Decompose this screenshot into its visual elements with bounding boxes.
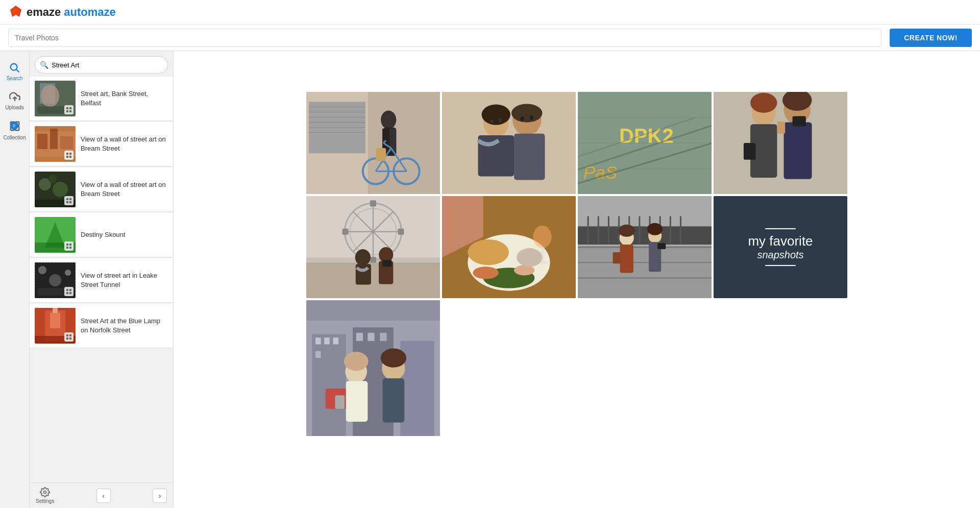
next-button[interactable]: › <box>153 489 167 503</box>
svg-point-49 <box>38 266 46 274</box>
photo-food-svg <box>442 196 576 298</box>
svg-rect-134 <box>342 229 349 235</box>
svg-point-31 <box>48 175 57 183</box>
svg-rect-37 <box>69 201 71 203</box>
snapshots-line-top <box>765 228 796 229</box>
photo-cell-city[interactable] <box>306 300 440 436</box>
thumb-overlay-icon <box>64 196 74 205</box>
sidebar-search-icon: 🔍 <box>40 61 48 69</box>
thumb-overlay-icon <box>64 332 74 342</box>
svg-rect-61 <box>53 308 58 313</box>
svg-rect-143 <box>382 260 391 267</box>
main-search-input[interactable] <box>8 29 881 47</box>
svg-point-80 <box>381 111 396 129</box>
thumbnail <box>35 217 76 253</box>
svg-point-153 <box>514 265 534 275</box>
svg-rect-45 <box>66 247 68 249</box>
photo-ferris-svg <box>306 196 440 298</box>
svg-rect-72 <box>368 92 440 194</box>
svg-rect-188 <box>324 337 330 344</box>
svg-point-102 <box>499 118 502 123</box>
svg-rect-20 <box>37 134 47 149</box>
photo-grid: DPK2 PaS <box>306 92 847 436</box>
photo-cell-man-bike[interactable] <box>306 92 440 194</box>
svg-rect-55 <box>69 289 71 291</box>
svg-point-104 <box>530 115 533 120</box>
logo-emaze-text: emaze <box>27 6 61 19</box>
svg-rect-64 <box>66 334 68 336</box>
thumbnail <box>35 126 76 162</box>
svg-point-50 <box>49 274 61 286</box>
settings-button[interactable]: Settings <box>36 487 54 504</box>
list-item[interactable]: Street Art at the Blue Lamp on Norfolk S… <box>30 304 173 348</box>
svg-rect-158 <box>578 247 712 298</box>
svg-rect-66 <box>66 337 68 340</box>
sidebar-content: 🔍 <box>30 51 173 508</box>
prev-button[interactable]: ‹ <box>96 489 111 503</box>
svg-rect-190 <box>315 351 321 358</box>
collection-label: Collection <box>4 135 26 140</box>
sidebar-search-input[interactable] <box>35 56 168 74</box>
collection-icon-wrapper: 0 <box>9 120 20 133</box>
sidebar-item-search[interactable]: Search <box>0 57 29 86</box>
svg-rect-44 <box>69 244 71 246</box>
sidebar-item-collection[interactable]: 0 Collection <box>0 115 29 146</box>
svg-rect-121 <box>784 122 812 179</box>
thumbnail <box>35 81 76 116</box>
thumbnail <box>35 308 76 344</box>
svg-rect-35 <box>69 198 71 200</box>
photo-cell-food[interactable] <box>442 196 576 298</box>
svg-rect-14 <box>66 107 68 109</box>
svg-point-180 <box>647 223 663 235</box>
svg-rect-123 <box>793 116 806 127</box>
list-item-label: View of a wall of street art on Bream St… <box>81 180 168 199</box>
photo-cell-graffiti[interactable]: DPK2 PaS <box>578 92 712 194</box>
svg-rect-177 <box>613 252 621 263</box>
list-item[interactable]: Street art, Bank Street, Belfast <box>30 77 173 121</box>
list-item[interactable]: View of a wall of street art on Bream St… <box>30 167 173 212</box>
photo-cell-walking[interactable] <box>578 196 712 298</box>
settings-label: Settings <box>36 498 54 504</box>
sidebar-search-box: 🔍 <box>30 51 173 77</box>
sidebar-list: Street art, Bank Street, Belfast <box>30 77 173 482</box>
svg-point-11 <box>41 85 59 107</box>
svg-point-68 <box>44 491 46 494</box>
list-item[interactable]: View of street art in Leake Street Tunne… <box>30 258 173 303</box>
svg-rect-137 <box>370 257 376 263</box>
top-bar: emaze automaze <box>0 0 980 25</box>
list-item[interactable]: View of a wall of street art on Bream St… <box>30 122 173 166</box>
sidebar-footer: Settings ‹ › <box>30 482 173 508</box>
photo-cell-couple[interactable] <box>442 92 576 194</box>
svg-point-152 <box>473 267 498 279</box>
sidebar-icon-column: Search Uploads <box>0 51 30 508</box>
search-label: Search <box>7 76 23 81</box>
photo-graffiti-svg: DPK2 PaS <box>578 92 712 194</box>
svg-point-148 <box>533 226 551 248</box>
svg-point-101 <box>491 119 494 124</box>
svg-point-200 <box>381 348 407 367</box>
svg-text:PaS: PaS <box>583 162 617 182</box>
photo-cell-snapshots: my favorite snapshots <box>714 196 847 298</box>
photo-cell-ferris[interactable] <box>306 196 440 298</box>
svg-rect-125 <box>744 143 756 160</box>
svg-rect-97 <box>514 134 545 180</box>
snapshots-title: my favorite <box>748 233 813 249</box>
svg-rect-175 <box>620 245 633 273</box>
svg-rect-135 <box>398 229 404 235</box>
svg-rect-43 <box>66 244 68 246</box>
logo[interactable]: emaze automaze <box>8 5 116 20</box>
svg-rect-56 <box>66 292 68 294</box>
list-item[interactable]: Destiny Skount <box>30 213 173 257</box>
sidebar: Search Uploads <box>0 51 174 508</box>
photo-cell-street-couple[interactable] <box>714 92 847 194</box>
svg-point-2 <box>10 64 17 70</box>
svg-rect-34 <box>66 198 68 200</box>
snapshots-line-bottom <box>765 265 796 266</box>
settings-icon <box>40 487 50 497</box>
svg-point-154 <box>517 248 542 267</box>
sidebar-item-uploads[interactable]: Uploads <box>0 86 29 115</box>
create-now-button[interactable]: CREATE NOW! <box>890 29 972 47</box>
svg-point-30 <box>53 182 68 197</box>
svg-rect-91 <box>376 148 386 161</box>
search-icon <box>9 62 20 74</box>
